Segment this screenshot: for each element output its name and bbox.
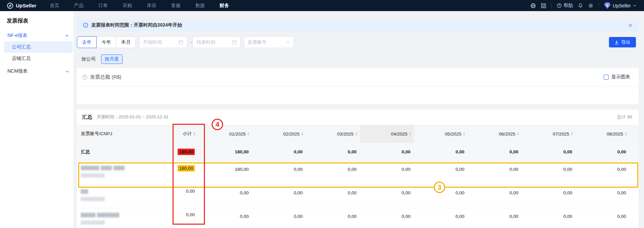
sort-icon[interactable]	[355, 132, 357, 136]
language-globe-icon[interactable]	[530, 3, 536, 8]
nav-item[interactable]: 财务	[220, 3, 229, 9]
value-cell: 0,00	[468, 161, 522, 184]
nav-item[interactable]: 库存	[147, 3, 156, 9]
sidebar-group-ncm-report[interactable]: NCM报表	[0, 66, 73, 77]
tab-by-month[interactable]: 按月度	[101, 54, 123, 64]
table-row[interactable]: ▇▇▇▇▇ ▇▇▇ ▇▇▇▇▇▇▇▇▇▇180,00180,000,000,00…	[77, 161, 639, 184]
sidebar-item-store-summary[interactable]: 店铺汇总	[0, 53, 73, 64]
column-header[interactable]: 发票账号/CNPJ	[77, 125, 177, 143]
nav-item[interactable]: 采购	[123, 3, 132, 9]
cell-value: 0,00	[186, 189, 195, 194]
sort-icon[interactable]	[193, 132, 195, 136]
nav-item[interactable]: 客服	[171, 3, 181, 9]
column-header[interactable]: 小计	[177, 125, 198, 143]
sort-desc-icon	[409, 134, 411, 136]
section-title: 汇总	[82, 114, 92, 120]
account-name-cell: ▇▇▇▇▇ ▇▇▇ ▇▇▇▇▇▇▇▇▇▇	[77, 161, 177, 184]
column-header[interactable]: 06/2025	[468, 125, 522, 143]
apps-grid-icon[interactable]	[541, 3, 546, 8]
masked-account-name: ▇▇	[81, 189, 88, 194]
value-cell: 0,00	[468, 208, 522, 228]
sidebar-item-company-summary[interactable]: 公司汇总	[0, 41, 73, 53]
sort-icon[interactable]	[517, 132, 519, 136]
sort-icon[interactable]	[571, 132, 573, 136]
sort-icon[interactable]	[409, 132, 411, 136]
sidebar-group-label: NF-e报表	[0, 33, 27, 39]
column-header[interactable]: 02/2025	[252, 125, 306, 143]
cell-value: 0,00	[563, 190, 572, 195]
show-chart-checkbox[interactable]	[604, 75, 609, 80]
sort-asc-icon	[409, 132, 411, 134]
column-header[interactable]: 08/2025	[576, 125, 630, 143]
table-row[interactable]: ▇▇▇▇ ▇▇▇▇▇▇▇▇▇▇▇▇▇0,000,000,000,000,000,…	[77, 208, 639, 228]
nav-item[interactable]: 订单	[98, 3, 108, 9]
value-cell: 0,00	[414, 143, 468, 161]
cell-value: 0,00	[510, 190, 518, 195]
quick-range-this-month[interactable]: 本月	[116, 36, 136, 48]
account-name-cell: ▇▇▇▇▇▇▇▇▇	[77, 185, 177, 208]
quick-range-last-year[interactable]: 去年	[77, 36, 97, 48]
sort-icon[interactable]	[625, 132, 627, 136]
sort-desc-icon	[571, 134, 573, 136]
invoice-total-panel: ? 发票总额 (R$) 显示图表	[77, 68, 639, 104]
value-cell: 0,00	[414, 208, 468, 228]
account-name-cell: ▇▇▇▇ ▇▇▇▇▇▇▇▇▇▇▇▇▇	[77, 208, 177, 228]
sort-desc-icon	[355, 134, 357, 136]
sort-icon[interactable]	[301, 132, 303, 136]
end-date-placeholder: 结束时间	[196, 39, 215, 45]
column-header[interactable]: 07/2025	[522, 125, 576, 143]
summary-row-label: 汇总	[77, 143, 177, 161]
column-header[interactable]: 01/2025	[198, 125, 252, 143]
value-cell: 180,00	[198, 143, 252, 161]
highlighted-value: 180,00	[178, 165, 195, 172]
value-cell: 0,00	[177, 208, 198, 228]
brand[interactable]: UpSeller	[7, 2, 36, 9]
cell-value: 0,00	[510, 214, 518, 219]
value-cell: 0,00	[360, 208, 414, 228]
column-header[interactable]: 03/2025	[306, 125, 360, 143]
cell-value: 0,00	[348, 214, 357, 219]
notifications-bell-icon[interactable]	[578, 3, 583, 8]
invoice-account-select[interactable]: 发票账号	[244, 36, 294, 48]
cell-value: 0,00	[617, 214, 626, 219]
group-mode-tabs: 按公司 按月度	[82, 54, 123, 64]
tab-by-company[interactable]: 按公司	[82, 56, 96, 62]
summary-table-header: 汇总 开票时间：2025-01-01 ~ 2025-12-31 总计 38	[77, 109, 639, 125]
column-header[interactable]: 04/2025	[360, 125, 414, 143]
sort-asc-icon	[625, 132, 627, 134]
upseller-logo-icon	[7, 2, 13, 9]
masked-cnpj: ▇▇▇▇▇▇▇	[81, 196, 105, 201]
cell-value: 0,00	[456, 190, 464, 195]
nav-item[interactable]: 产品	[74, 3, 84, 9]
table-row[interactable]: ▇▇▇▇▇▇▇▇▇0,000,000,000,000,000,000,000,0…	[77, 184, 639, 208]
invoice-total-title: 发票总额 (R$)	[90, 74, 121, 80]
column-header[interactable]: 05/2025	[414, 125, 468, 143]
help-circle-icon[interactable]: ?	[82, 75, 87, 80]
column-label: 04/2025	[391, 131, 407, 137]
sort-icon[interactable]	[247, 132, 249, 136]
value-cell: 0,00	[468, 143, 522, 161]
sort-icon[interactable]	[463, 132, 465, 136]
user-menu[interactable]: S UpSeller	[604, 2, 637, 9]
cell-value: 0,00	[294, 149, 303, 154]
quick-range-this-year[interactable]: 今年	[96, 36, 116, 48]
table-body: 汇总180,00180,000,000,000,000,000,000,000,…	[77, 143, 639, 228]
sidebar-group-nfe-report[interactable]: NF-e报表	[0, 30, 73, 41]
export-button[interactable]: 导出	[609, 37, 636, 47]
avatar: S	[604, 2, 611, 9]
start-date-input[interactable]: 开始时间	[139, 36, 187, 48]
value-cell: 0,00	[177, 185, 198, 208]
masked-account-name: ▇▇▇▇ ▇▇▇▇▇▇	[81, 212, 120, 217]
nav-item[interactable]: 首页	[50, 3, 59, 9]
summary-table-panel: 汇总 开票时间：2025-01-01 ~ 2025-12-31 总计 38 发票…	[77, 109, 639, 228]
help-button[interactable]: 帮助	[557, 3, 573, 9]
value-cell: 180,00	[177, 143, 198, 161]
notice-banner: 发票报表时间范围：开票时间自2024年开始	[77, 19, 639, 31]
chevron-down-icon	[65, 70, 69, 73]
close-icon[interactable]	[628, 23, 633, 28]
nav-item[interactable]: 数据	[195, 3, 205, 9]
sidebar: 发票报表 NF-e报表 公司汇总 店铺汇总 NCM报表	[0, 11, 73, 228]
end-date-input[interactable]: 结束时间	[192, 36, 241, 48]
settings-gear-icon[interactable]	[588, 3, 593, 8]
cell-value: 0,00	[563, 214, 572, 219]
